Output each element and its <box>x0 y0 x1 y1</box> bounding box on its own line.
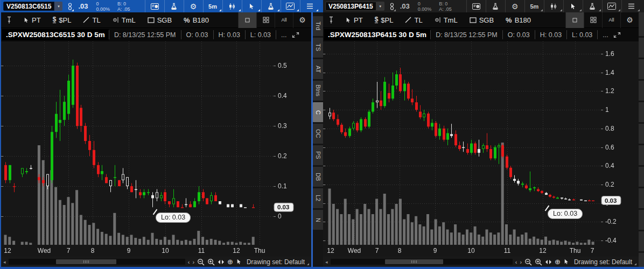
symbol-dropdown-button[interactable]: ▼ <box>54 2 62 11</box>
dropdown-corner <box>219 9 221 11</box>
timeframe-button[interactable]: 5m <box>203 0 222 12</box>
settings-gear-button[interactable]: ⚙ <box>505 0 524 12</box>
settings-gear-button[interactable]: ⚙ <box>184 0 203 12</box>
ohlc-more[interactable]: ... <box>597 30 613 39</box>
dropdown-corner <box>277 9 279 11</box>
symbol-input[interactable]: V250813C6515 <box>3 2 54 11</box>
tool-spl[interactable]: $ $PL <box>369 12 400 28</box>
left-chart-canvas[interactable] <box>1 41 311 257</box>
change-stack: 0 0.00% <box>93 1 114 12</box>
pan-left-button[interactable]: ‹ <box>188 259 190 265</box>
sidebar-tab-at[interactable]: AT <box>313 59 324 79</box>
link-icon[interactable] <box>387 0 397 12</box>
dropdown-corner <box>638 9 640 11</box>
chart-area-right: Lo: 0.03 <box>323 41 639 257</box>
sidebar-tab-oc[interactable]: OC <box>313 124 324 144</box>
pointer-button[interactable] <box>236 258 242 265</box>
drawing-set-label[interactable]: Drawing set: Default <box>247 258 309 266</box>
tool-spl[interactable]: $ $PL <box>47 12 78 28</box>
drawings-button[interactable] <box>602 0 621 12</box>
tool-b180[interactable]: % B180 <box>500 12 537 28</box>
sidebar-tab-n[interactable]: N <box>313 210 324 230</box>
tool-tml[interactable]: TmL <box>107 12 142 28</box>
tool-sgb[interactable]: SGB <box>464 12 500 28</box>
sidebar-tab-ts[interactable]: TS <box>313 38 324 58</box>
scrollbar-thumb[interactable] <box>385 259 443 264</box>
zoom-in-button[interactable] <box>207 258 215 266</box>
pointer-button[interactable] <box>563 258 569 265</box>
scrollbar-thumb[interactable] <box>56 259 116 264</box>
zoom-out-button[interactable] <box>524 258 532 266</box>
tool-tl[interactable]: TL <box>399 12 428 28</box>
sidebar-tab-db[interactable]: DB <box>313 167 324 187</box>
pan-right-button[interactable]: › <box>192 259 194 265</box>
pan-right-button[interactable]: › <box>520 259 522 265</box>
ohlc-high: H: 0.03 <box>535 30 566 39</box>
timeframe-label: 5m <box>530 3 538 10</box>
analysis-flask-button[interactable] <box>583 0 602 12</box>
symbol-dropdown-button[interactable]: ▼ <box>376 2 384 11</box>
drawings-button[interactable] <box>281 0 300 12</box>
single-view-button[interactable] <box>565 12 584 28</box>
grid-view-button[interactable] <box>256 12 275 28</box>
crosshair-button[interactable]: ⊕ <box>555 258 561 266</box>
track-left-arrow[interactable]: ◂ <box>3 259 6 265</box>
chart-style-button[interactable] <box>222 0 242 12</box>
pin-button[interactable] <box>1 12 17 28</box>
tool-tl[interactable]: TL <box>77 12 106 28</box>
dropdown-corner <box>618 9 620 11</box>
last-price: .03 <box>75 2 92 10</box>
chart-settings-button[interactable]: ⚙ <box>620 12 639 28</box>
ohlc-open: O: 0.03 <box>502 30 535 39</box>
events-button[interactable] <box>466 0 486 12</box>
expand-horizontal-button[interactable] <box>218 259 225 265</box>
chart-style-button[interactable] <box>544 0 563 12</box>
tool-b180[interactable]: % B180 <box>178 12 215 28</box>
all-charts-button[interactable]: All <box>602 12 620 28</box>
scrollbar-track[interactable] <box>331 259 513 265</box>
zoom-out-button[interactable] <box>197 258 205 266</box>
tool-spl-label: $PL <box>381 16 393 24</box>
link-icon[interactable] <box>65 0 75 12</box>
right-chart-canvas[interactable] <box>323 41 639 257</box>
statusbar-right: ◂ ‹ › ⊕ Drawing set: Default <box>323 257 639 267</box>
percent-icon: % <box>506 16 512 24</box>
tool-pt[interactable]: PT <box>339 12 369 28</box>
pan-left-button[interactable]: ‹ <box>515 259 517 265</box>
all-charts-button[interactable]: All <box>275 12 293 28</box>
studies-flask-button[interactable] <box>164 0 184 12</box>
bid-value: B: 0 <box>439 1 452 6</box>
chart-menu-button[interactable] <box>621 0 641 12</box>
single-view-button[interactable] <box>238 12 256 28</box>
symbol-input[interactable]: V250813P6415 <box>325 2 376 11</box>
sidebar-tab-btns[interactable]: Btns <box>313 81 324 101</box>
sidebar-tab-trd[interactable]: Trd <box>313 16 324 36</box>
resize-icon[interactable] <box>613 32 621 38</box>
cursor-tool-button[interactable] <box>242 0 261 12</box>
analysis-flask-button[interactable] <box>261 0 281 12</box>
sidebar-tab-l2[interactable]: L2 <box>313 188 324 208</box>
resize-icon[interactable] <box>292 32 299 38</box>
pin-button[interactable] <box>323 12 339 28</box>
zoom-in-button[interactable] <box>535 258 542 266</box>
timeframe-button[interactable]: 5m <box>524 0 544 12</box>
tool-pt[interactable]: PT <box>17 12 47 28</box>
grid-view-button[interactable] <box>584 12 602 28</box>
flask-icon <box>589 3 596 10</box>
chart-settings-button[interactable]: ⚙ <box>293 12 311 28</box>
events-button[interactable] <box>145 0 164 12</box>
tool-tml[interactable]: TmL <box>429 12 464 28</box>
studies-flask-button[interactable] <box>486 0 505 12</box>
chart-menu-button[interactable] <box>300 0 319 12</box>
ohlc-more[interactable]: ... <box>276 30 291 39</box>
sidebar-tab-c[interactable]: C <box>313 102 324 122</box>
trendline-icon <box>405 17 411 23</box>
tool-sgb[interactable]: SGB <box>142 12 178 28</box>
cursor-tool-button[interactable] <box>563 0 583 12</box>
scrollbar-track[interactable] <box>9 259 185 265</box>
crosshair-button[interactable]: ⊕ <box>227 258 233 266</box>
drawing-set-label[interactable]: Drawing set: Default <box>574 258 636 266</box>
sidebar-tab-ps[interactable]: PS <box>313 145 324 165</box>
expand-horizontal-button[interactable] <box>545 259 552 265</box>
track-left-arrow[interactable]: ◂ <box>325 259 328 265</box>
